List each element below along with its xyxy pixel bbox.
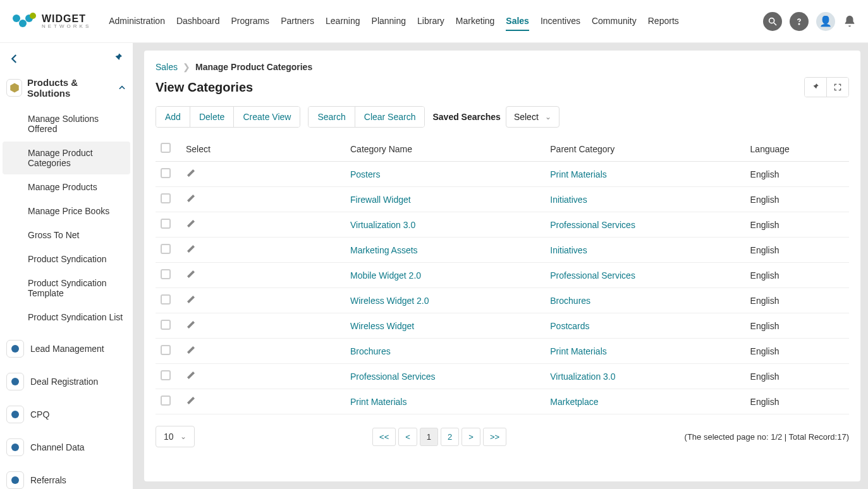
category-name-link[interactable]: Wireless Widget (350, 321, 414, 331)
edit-icon[interactable] (186, 345, 196, 355)
row-checkbox[interactable] (161, 395, 171, 406)
parent-category-link[interactable]: Brochures (550, 296, 590, 306)
sidebar-item[interactable]: Product Syndication (3, 248, 130, 270)
clear-search-button[interactable]: Clear Search (355, 107, 425, 127)
sidebar-section[interactable]: Deal Registration (0, 365, 133, 398)
category-name-link[interactable]: Virtualization 3.0 (350, 220, 415, 230)
delete-button[interactable]: Delete (190, 107, 233, 127)
edit-icon[interactable] (186, 269, 196, 279)
edit-icon[interactable] (186, 193, 196, 203)
edit-icon[interactable] (186, 219, 196, 229)
edit-icon[interactable] (186, 244, 196, 254)
chevron-up-icon (118, 83, 126, 92)
pin-page-button[interactable] (805, 78, 826, 97)
category-name-link[interactable]: Wireless Widget 2.0 (350, 296, 429, 306)
topnav-dashboard[interactable]: Dashboard (176, 12, 220, 31)
chevron-right-icon: ❯ (183, 62, 190, 72)
search-icon[interactable] (763, 12, 782, 31)
row-checkbox[interactable] (161, 345, 171, 355)
page-button[interactable]: > (462, 428, 480, 446)
category-name-link[interactable]: Mobile Widget 2.0 (350, 270, 421, 281)
sidebar: Products & Solutions Manage Solutions Of… (0, 43, 137, 489)
page-button[interactable]: 2 (441, 428, 459, 446)
user-avatar[interactable]: 👤 (816, 12, 835, 31)
svg-point-8 (11, 378, 19, 385)
edit-icon[interactable] (186, 320, 196, 330)
sidebar-item[interactable]: Gross To Net (3, 224, 130, 246)
sidebar-item[interactable]: Manage Products (3, 176, 130, 198)
sidebar-item[interactable]: Manage Product Categories (3, 142, 130, 174)
row-checkbox[interactable] (161, 294, 171, 305)
search-button[interactable]: Search (309, 107, 354, 127)
topnav-administration[interactable]: Administration (109, 12, 165, 31)
page-size-select[interactable]: 10 ⌄ (156, 426, 195, 447)
column-parent-category: Parent Category (545, 136, 745, 162)
sidebar-section[interactable]: Channel Data (0, 431, 133, 464)
category-name-link[interactable]: Posters (350, 169, 380, 179)
page-button[interactable]: >> (483, 428, 506, 446)
topnav-planning[interactable]: Planning (372, 12, 406, 31)
edit-icon[interactable] (186, 370, 196, 380)
row-checkbox[interactable] (161, 168, 171, 178)
parent-category-link[interactable]: Postcards (550, 321, 589, 331)
category-name-link[interactable]: Marketing Assets (350, 245, 418, 255)
row-checkbox[interactable] (161, 193, 171, 203)
row-checkbox[interactable] (161, 320, 171, 330)
sidebar-section[interactable]: Referrals (0, 464, 133, 489)
create-view-button[interactable]: Create View (233, 107, 300, 127)
section-icon (6, 340, 24, 358)
sidebar-section[interactable]: Lead Management (0, 332, 133, 365)
topnav-library[interactable]: Library (417, 12, 444, 31)
sidebar-item[interactable]: Manage Solutions Offered (3, 107, 130, 140)
row-checkbox[interactable] (161, 219, 171, 229)
category-name-link[interactable]: Firewall Widget (350, 195, 411, 205)
parent-category-link[interactable]: Print Materials (550, 169, 606, 179)
edit-icon[interactable] (186, 168, 196, 178)
saved-searches-select[interactable]: Select ⌄ (506, 106, 559, 128)
parent-category-link[interactable]: Marketplace (550, 397, 598, 407)
edit-icon[interactable] (186, 294, 196, 305)
row-checkbox[interactable] (161, 269, 171, 279)
table-row: Marketing AssetsInitiativesEnglish (156, 238, 849, 263)
topnav-partners[interactable]: Partners (281, 12, 314, 31)
sidebar-item[interactable]: Manage Price Books (3, 200, 130, 222)
fullscreen-button[interactable] (826, 78, 848, 97)
parent-category-link[interactable]: Print Materials (550, 346, 606, 356)
svg-point-6 (798, 23, 799, 24)
parent-category-link[interactable]: Virtualization 3.0 (550, 371, 615, 382)
sidebar-pin-icon[interactable] (113, 52, 124, 66)
table-row: Print MaterialsMarketplaceEnglish (156, 389, 849, 414)
row-checkbox[interactable] (161, 244, 171, 254)
sidebar-back-icon[interactable] (9, 52, 20, 66)
topnav-community[interactable]: Community (592, 12, 637, 31)
parent-category-link[interactable]: Initiatives (550, 245, 587, 255)
parent-category-link[interactable]: Professional Services (550, 270, 635, 281)
select-all-checkbox[interactable] (161, 143, 171, 153)
language-cell: English (745, 238, 849, 263)
parent-category-link[interactable]: Initiatives (550, 195, 587, 205)
topnav-reports[interactable]: Reports (648, 12, 679, 31)
topnav-programs[interactable]: Programs (231, 12, 269, 31)
notification-icon[interactable] (843, 15, 857, 28)
category-name-link[interactable]: Brochures (350, 346, 391, 356)
help-icon[interactable] (790, 12, 809, 31)
breadcrumb-root[interactable]: Sales (156, 62, 178, 72)
sidebar-item[interactable]: Product Syndication Template (3, 272, 130, 305)
edit-icon[interactable] (186, 395, 196, 406)
section-icon (6, 406, 24, 423)
page-button[interactable]: < (398, 428, 417, 446)
row-checkbox[interactable] (161, 370, 171, 380)
category-name-link[interactable]: Professional Services (350, 371, 436, 382)
sidebar-item[interactable]: Product Syndication List (3, 306, 130, 329)
topnav-marketing[interactable]: Marketing (456, 12, 494, 31)
page-button[interactable]: 1 (420, 428, 438, 446)
topnav-sales[interactable]: Sales (506, 12, 529, 31)
parent-category-link[interactable]: Professional Services (550, 220, 635, 230)
topnav-incentives[interactable]: Incentives (541, 12, 580, 31)
page-button[interactable]: << (372, 428, 396, 446)
category-name-link[interactable]: Print Materials (350, 397, 406, 407)
sidebar-section[interactable]: CPQ (0, 398, 133, 431)
topnav-learning[interactable]: Learning (326, 12, 360, 31)
sidebar-group-products[interactable]: Products & Solutions (0, 72, 133, 104)
add-button[interactable]: Add (156, 107, 190, 127)
